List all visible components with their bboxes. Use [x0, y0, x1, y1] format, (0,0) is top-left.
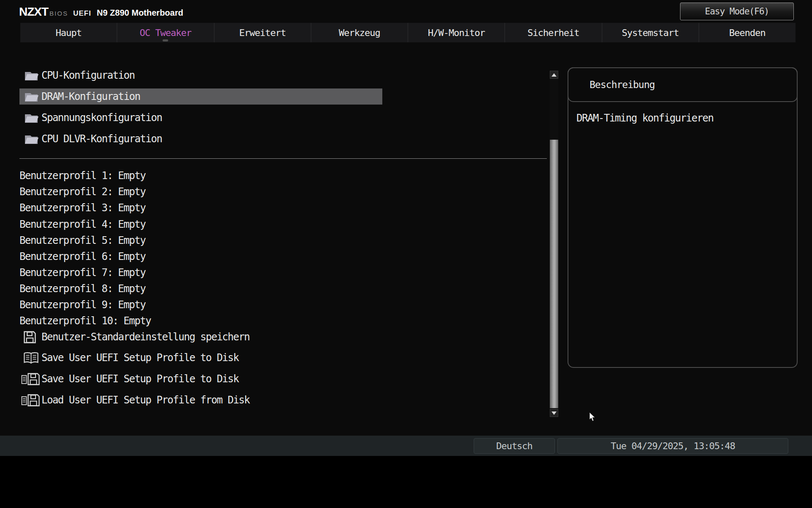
tab-hw-monitor[interactable]: H/W-Monitor — [408, 23, 505, 42]
folder-icon — [19, 90, 41, 103]
scroll-down-button[interactable] — [550, 409, 558, 417]
floppy-save-icon — [19, 331, 41, 344]
menu-item-cpu-konfiguration[interactable]: CPU-Konfiguration — [19, 67, 134, 83]
tab-sicherheit[interactable]: Sicherheit — [505, 23, 601, 42]
benutzerprofil-2[interactable]: Benutzerprofil 2: Empty — [19, 184, 145, 200]
tab-oc-tweaker[interactable]: OC Tweaker — [117, 23, 214, 42]
status-bar: Deutsch Tue 04/29/2025, 13:05:48 — [0, 436, 812, 456]
disk-drive-icon — [19, 394, 41, 407]
benutzerprofil-4[interactable]: Benutzerprofil 4: Empty — [19, 216, 145, 232]
menu-item-cpu-dlvr-konfiguration[interactable]: CPU DLVR-Konfiguration — [19, 131, 162, 147]
description-title: Beschreibung — [590, 79, 655, 90]
menu-item-dram-konfiguration[interactable]: DRAM-Konfiguration — [19, 88, 382, 105]
tab-systemstart[interactable]: Systemstart — [602, 23, 699, 42]
description-panel: Beschreibung DRAM-Timing konfigurieren — [568, 67, 798, 368]
description-header: Beschreibung — [568, 67, 798, 102]
menu-item-spannungskonfiguration[interactable]: Spannungskonfiguration — [19, 110, 162, 126]
tab-haupt[interactable]: Haupt — [20, 23, 117, 42]
tab-beenden[interactable]: Beenden — [699, 23, 796, 42]
motherboard-name: N9 Z890 Motherboard — [97, 8, 183, 18]
benutzerprofil-7[interactable]: Benutzerprofil 7: Empty — [19, 265, 145, 281]
list-divider — [19, 158, 547, 159]
mouse-cursor — [589, 412, 596, 424]
save-user-default-button[interactable]: Benutzer-Standardeinstellung speichern — [19, 329, 250, 345]
benutzerprofil-9[interactable]: Benutzerprofil 9: Empty — [19, 297, 145, 313]
bottom-black-strip — [0, 456, 812, 508]
uefi-label: UEFI — [73, 9, 91, 18]
disk-drive-icon — [19, 373, 41, 386]
datetime-display[interactable]: Tue 04/29/2025, 13:05:48 — [557, 438, 788, 454]
scroll-up-button[interactable] — [550, 71, 558, 79]
tab-bar: Haupt OC Tweaker Erweitert Werkzeug H/W-… — [20, 23, 796, 42]
down-arrow-icon — [551, 411, 557, 415]
benutzerprofil-1[interactable]: Benutzerprofil 1: Empty — [19, 168, 145, 184]
benutzerprofil-10[interactable]: Benutzerprofil 10: Empty — [19, 313, 151, 329]
save-profile-to-disk-button[interactable]: Save User UEFI Setup Profile to Disk — [19, 370, 239, 387]
active-tab-dot — [163, 39, 168, 41]
folder-icon — [19, 132, 41, 146]
folder-icon — [19, 69, 41, 82]
action-label: Save User UEFI Setup Profile to Disk — [41, 352, 239, 364]
scrollbar — [550, 71, 558, 417]
bios-label: BIOS — [49, 10, 68, 17]
scroll-track[interactable] — [550, 79, 558, 409]
benutzerprofil-8[interactable]: Benutzerprofil 8: Empty — [19, 281, 145, 297]
tab-erweitert[interactable]: Erweitert — [214, 23, 311, 42]
book-load-icon — [19, 352, 41, 364]
language-button[interactable]: Deutsch — [474, 438, 555, 454]
tab-werkzeug[interactable]: Werkzeug — [311, 23, 408, 42]
folder-icon — [19, 111, 41, 124]
benutzerprofil-6[interactable]: Benutzerprofil 6: Empty — [19, 248, 145, 265]
load-user-default-button[interactable]: Save User UEFI Setup Profile to Disk — [19, 349, 239, 366]
nzxt-logo: NZXT — [19, 5, 48, 19]
easy-mode-button[interactable]: Easy Mode(F6) — [680, 3, 794, 20]
titlebar: NZXT BIOS UEFI N9 Z890 Motherboard — [19, 5, 183, 18]
bios-screen: NZXT BIOS UEFI N9 Z890 Motherboard Easy … — [0, 0, 812, 508]
description-text: DRAM-Timing konfigurieren — [576, 112, 713, 124]
benutzerprofil-3[interactable]: Benutzerprofil 3: Empty — [19, 200, 145, 216]
benutzerprofil-5[interactable]: Benutzerprofil 5: Empty — [19, 232, 145, 248]
scroll-thumb[interactable] — [550, 140, 558, 408]
up-arrow-icon — [551, 73, 557, 77]
load-profile-from-disk-button[interactable]: Load User UEFI Setup Profile from Disk — [19, 392, 250, 409]
